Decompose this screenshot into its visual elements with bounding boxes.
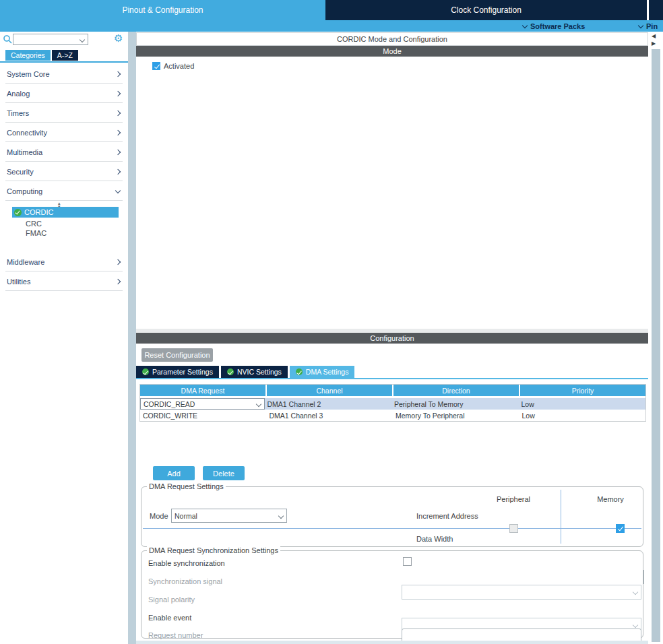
search-icon <box>3 34 12 44</box>
sidebar-item-timers[interactable]: Timers <box>0 103 128 123</box>
mode-content: Activated <box>136 57 648 329</box>
sidebar-item-multimedia[interactable]: Multimedia <box>0 142 128 162</box>
gear-icon[interactable]: ⚙ <box>114 32 123 44</box>
sidebar-tab-underline <box>0 61 128 63</box>
chevron-right-icon <box>115 168 121 174</box>
sidebar-item-middleware[interactable]: Middleware <box>0 252 128 271</box>
increment-peripheral-checkbox[interactable] <box>509 524 518 533</box>
col-header-direction[interactable]: Direction <box>393 385 519 396</box>
panel-scrollbar[interactable] <box>652 49 660 642</box>
memory-column-label: Memory <box>583 495 637 503</box>
sidebar-item-utilities[interactable]: Utilities <box>0 271 128 291</box>
dma-request-select[interactable]: CORDIC_READ <box>140 398 265 410</box>
synchronization-signal-select[interactable] <box>402 585 641 600</box>
tabs-underline <box>136 378 648 379</box>
tab-label: Parameter Settings <box>152 368 213 376</box>
chevron-down-icon <box>633 589 638 595</box>
sidebar-scrollbar[interactable] <box>128 32 136 644</box>
chevron-down-icon <box>522 22 528 28</box>
mode-section-header: Mode <box>136 46 648 57</box>
search-input[interactable] <box>13 34 88 45</box>
enable-synchronization-checkbox[interactable] <box>403 557 412 566</box>
software-packs-label: Software Packs <box>530 22 585 30</box>
increment-memory-checkbox[interactable] <box>616 524 625 533</box>
col-header-dma-request[interactable]: DMA Request <box>140 385 265 396</box>
col-header-priority[interactable]: Priority <box>520 385 645 396</box>
tab-categories[interactable]: Categories <box>5 50 51 61</box>
sidebar-item-crc[interactable]: CRC <box>26 220 42 228</box>
reset-configuration-label: Reset Configuration <box>144 351 210 359</box>
mode-label: Mode <box>150 512 168 520</box>
table-row[interactable]: CORDIC_WRITE DMA1 Channel 3 Memory To Pe… <box>140 410 645 421</box>
chevron-down-icon <box>278 513 284 518</box>
sidebar-item-label: Timers <box>7 109 116 117</box>
table-row[interactable]: CORDIC_READ DMA1 Channel 2 Peripheral To… <box>140 398 645 410</box>
sub-bar: Software Packs Pin <box>0 20 663 32</box>
sidebar-item-computing[interactable]: Computing <box>0 181 128 201</box>
dma-sync-settings-group: DMA Request Synchronization Settings Ena… <box>141 550 643 639</box>
dma-table: DMA Request Channel Direction Priority C… <box>139 384 646 422</box>
tab-clock-configuration[interactable]: Clock Configuration <box>325 0 647 20</box>
sidebar-tabs: Categories A->Z <box>5 50 78 61</box>
ok-check-icon <box>296 368 303 375</box>
tab-nvic-settings[interactable]: NVIC Settings <box>221 366 288 378</box>
priority-cell: Low <box>519 398 646 410</box>
chevron-down-icon <box>638 22 643 28</box>
row-divider <box>143 528 641 529</box>
sidebar-item-system-core[interactable]: System Core <box>0 64 128 84</box>
enabled-check-icon <box>14 209 22 216</box>
add-button-label: Add <box>167 470 181 478</box>
request-number-label: Request number <box>148 631 203 639</box>
tab-dma-settings[interactable]: DMA Settings <box>290 366 355 378</box>
data-width-label: Data Width <box>416 535 453 543</box>
dma-request-settings-group: DMA Request Settings Peripheral Memory M… <box>141 486 643 547</box>
add-button[interactable]: Add <box>153 466 195 480</box>
stm32cubemx-window: Pinout & Configuration Clock Configurati… <box>0 0 663 644</box>
mode-header-label: Mode <box>383 47 402 55</box>
delete-button[interactable]: Delete <box>203 466 245 480</box>
sidebar-item-security[interactable]: Security <box>0 162 128 181</box>
mode-select[interactable]: Normal <box>171 509 287 523</box>
signal-polarity-label: Signal polarity <box>148 595 195 604</box>
chevron-right-icon <box>115 71 121 76</box>
channel-cell: DMA1 Channel 3 <box>267 410 393 421</box>
direction-cell: Peripheral To Memory <box>391 398 519 410</box>
tab-label: NVIC Settings <box>237 368 282 376</box>
chevron-right-icon <box>115 278 121 284</box>
sidebar-item-analog[interactable]: Analog <box>0 84 128 103</box>
settings-tabs: Parameter Settings NVIC Settings DMA Set… <box>136 366 354 378</box>
pinout-label: Pin <box>646 22 658 30</box>
collapse-left-arrow[interactable]: ◀ <box>652 34 656 39</box>
col-header-channel[interactable]: Channel <box>267 385 392 396</box>
chevron-down-icon <box>80 37 85 42</box>
sidebar-item-cordic[interactable]: CORDIC <box>12 207 119 218</box>
tab-a-to-z[interactable]: A->Z <box>52 50 78 61</box>
configuration-section-header: Configuration <box>136 333 648 344</box>
peripherals-sidebar: ⚙ Categories A->Z System Core Analog Tim… <box>0 32 128 644</box>
chevron-right-icon <box>115 149 121 154</box>
software-packs-dropdown[interactable]: Software Packs <box>523 20 585 32</box>
chevron-right-icon <box>115 259 121 264</box>
chevron-right-icon <box>115 129 121 135</box>
sidebar-item-fmac[interactable]: FMAC <box>26 229 46 237</box>
chevron-down-icon <box>255 401 261 407</box>
tab-pinout-configuration[interactable]: Pinout & Configuration <box>0 0 325 20</box>
tab-partial-right[interactable] <box>649 0 663 20</box>
reset-configuration-button[interactable]: Reset Configuration <box>141 348 213 362</box>
horizontal-scrollbar[interactable] <box>136 641 648 644</box>
chevron-right-icon <box>115 110 121 115</box>
dma-request-value: CORDIC_READ <box>144 400 195 408</box>
synchronization-signal-label: Synchronization signal <box>148 577 222 585</box>
collapse-right-arrow[interactable]: ▶ <box>652 41 656 46</box>
panel-title: CORDIC Mode and Configuration <box>136 32 648 46</box>
ok-check-icon <box>227 368 234 375</box>
activated-checkbox[interactable] <box>152 62 160 70</box>
sidebar-item-label: Security <box>7 168 116 176</box>
tab-parameter-settings[interactable]: Parameter Settings <box>136 366 219 378</box>
sidebar-item-label: CORDIC <box>24 208 53 216</box>
dma-table-header: DMA Request Channel Direction Priority <box>140 385 645 396</box>
sidebar-item-connectivity[interactable]: Connectivity <box>0 123 128 142</box>
sidebar-item-label: Multimedia <box>7 148 116 156</box>
sidebar-item-label: Computing <box>7 187 116 195</box>
pinout-dropdown[interactable]: Pin <box>639 20 658 32</box>
